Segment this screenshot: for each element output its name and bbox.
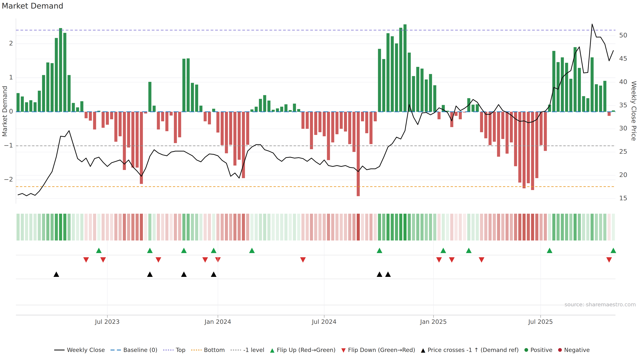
- legend-label: Positive: [530, 347, 552, 353]
- source-text: source: sharemaestro.com: [564, 301, 636, 308]
- left-axis-tick: 2: [1, 40, 13, 46]
- legend-label: Flip Up (Red→Green): [277, 347, 336, 353]
- left-axis-tick: −1: [1, 142, 13, 148]
- right-axis-tick: 25: [619, 148, 627, 155]
- legend-label: Negative: [564, 347, 590, 353]
- dotted-line-swatch-icon: [191, 350, 202, 351]
- right-axis-tick: 20: [619, 172, 627, 178]
- right-axis-tick: 45: [619, 55, 627, 62]
- left-axis-tick: 1: [1, 74, 13, 80]
- legend-label: -1 level: [243, 347, 264, 353]
- legend-item: ▼Flip Down (Green→Red): [341, 347, 415, 353]
- x-axis-tick: Jan 2024: [204, 319, 231, 325]
- circle-swatch-icon: [524, 348, 528, 352]
- triangle-down-icon: ▼: [341, 347, 346, 353]
- flip-up-markers: [96, 248, 616, 253]
- triangle-up-icon: ▲: [421, 347, 425, 353]
- triangle-up-icon: ▲: [270, 347, 274, 353]
- x-axis-tick: Jul 2024: [312, 319, 336, 325]
- line-swatch-icon: [54, 350, 64, 351]
- legend-item: Weekly Close: [54, 347, 105, 353]
- dotted-line-swatch-icon: [163, 350, 174, 351]
- flip-down-markers: [83, 257, 612, 263]
- left-axis-tick: −2: [1, 176, 13, 183]
- legend-item: Negative: [558, 347, 590, 353]
- x-axis-tick: Jan 2025: [420, 319, 447, 325]
- legend-label: Price crosses -1 ↑ (Demand ref): [428, 347, 519, 353]
- legend-label: Top: [176, 347, 186, 353]
- legend-label: Flip Down (Green→Red): [348, 347, 415, 353]
- circle-swatch-icon: [558, 348, 562, 352]
- legend-item: Top: [163, 347, 186, 353]
- legend: Weekly CloseBaseline (0)TopBottom-1 leve…: [0, 347, 644, 353]
- market-demand-dashboard: Market Demand Market Demand Weekly Close…: [0, 0, 644, 362]
- legend-item: Positive: [524, 347, 552, 353]
- lower-axes: [16, 241, 616, 318]
- x-axis-tick: Jul 2023: [95, 319, 120, 325]
- left-axis-tick: 0: [1, 108, 13, 114]
- x-axis-tick: Jul 2025: [528, 319, 553, 325]
- right-axis-tick: 40: [619, 79, 627, 85]
- legend-item: -1 level: [230, 347, 264, 353]
- legend-item: ▲Flip Up (Red→Green): [270, 347, 336, 353]
- legend-item: Baseline (0): [110, 347, 157, 353]
- legend-item: Bottom: [191, 347, 225, 353]
- demand-bars: [16, 24, 615, 196]
- right-axis-tick: 15: [619, 195, 627, 201]
- right-axis-tick: 30: [619, 125, 627, 131]
- dashed-line-swatch-icon: [110, 350, 121, 351]
- right-axis-tick: 35: [619, 102, 627, 108]
- legend-label: Baseline (0): [123, 347, 157, 353]
- price-cross-markers: [54, 272, 391, 277]
- chart-canvas: [0, 0, 644, 362]
- right-axis-tick: 50: [619, 32, 627, 38]
- legend-item: ▲Price crosses -1 ↑ (Demand ref): [421, 347, 519, 353]
- legend-label: Weekly Close: [67, 347, 105, 353]
- legend-label: Bottom: [204, 347, 225, 353]
- dotted-line-swatch-icon: [230, 350, 241, 351]
- heatmap-strip: [16, 214, 615, 241]
